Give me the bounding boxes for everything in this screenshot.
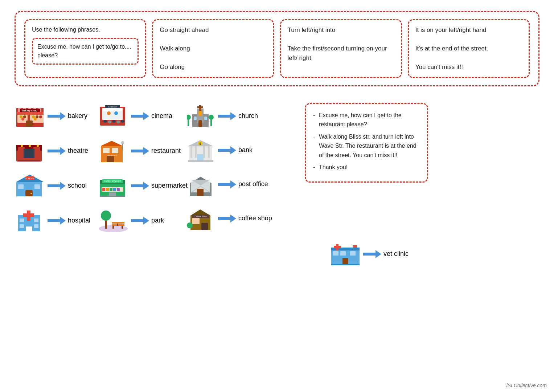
svg-point-94 (187, 115, 191, 120)
svg-rect-89 (198, 120, 202, 127)
svg-rect-118 (192, 218, 200, 224)
cinema-arrow (131, 112, 149, 120)
svg-point-15 (21, 118, 24, 121)
dir3-line3: You can't miss it!! (415, 64, 463, 70)
svg-text:restaurant: restaurant (107, 154, 116, 156)
vet-clinic-arrow (363, 250, 381, 258)
church-row: church (185, 99, 297, 133)
svg-rect-81 (112, 226, 114, 229)
dir2-line1: Turn left/right into (288, 26, 336, 33)
hospital-icon (15, 208, 45, 234)
svg-text:Coffee Shop: Coffee Shop (194, 215, 207, 217)
dir1-line1: Go straight ahead (160, 26, 209, 33)
svg-rect-125 (333, 251, 338, 256)
svg-point-53 (116, 121, 120, 123)
hospital-row: hospital (15, 204, 94, 237)
church-label: church (238, 112, 258, 120)
excuse-me-box: Excuse me, how can I get to/go to.... pl… (32, 38, 139, 65)
dialogue-line-1: Excuse me, how can I get to the restaura… (313, 111, 420, 129)
phrase-intro-box: Use the following phrases. Excuse me, ho… (24, 19, 146, 78)
svg-rect-33 (18, 184, 24, 189)
vet-clinic-icon (330, 241, 361, 267)
post-office-arrow (218, 180, 236, 188)
svg-rect-106 (188, 160, 213, 162)
svg-rect-83 (112, 222, 124, 224)
svg-rect-42 (20, 224, 24, 228)
svg-rect-82 (122, 226, 123, 229)
directions-box-3: It is on your left/right hand It's at th… (408, 19, 530, 78)
col2: CINEMA cinema (98, 99, 181, 237)
svg-marker-58 (101, 141, 123, 146)
school-arrow (48, 182, 66, 190)
coffee-shop-icon: Coffee Shop (185, 205, 216, 232)
cinema-label: cinema (151, 112, 172, 120)
church-arrow (218, 112, 236, 120)
svg-rect-63 (107, 156, 114, 162)
svg-point-18 (39, 115, 42, 118)
svg-rect-91 (204, 117, 207, 120)
svg-point-120 (187, 222, 193, 228)
dir3-line1: It is on your left/right hand (415, 26, 487, 33)
svg-rect-105 (197, 154, 204, 161)
svg-rect-76 (100, 196, 125, 197)
park-label: park (151, 217, 164, 224)
bakery-icon: bakery shop (15, 103, 45, 129)
coffee-shop-row: Coffee Shop coffee shop (185, 202, 297, 235)
svg-point-49 (114, 111, 118, 115)
svg-point-36 (30, 193, 32, 194)
dir2-line2: Take the first/second turning on your le… (288, 45, 387, 61)
cinema-row: CINEMA cinema (98, 99, 181, 133)
post-office-icon (185, 171, 216, 197)
svg-rect-128 (342, 258, 348, 265)
bank-icon: $ (185, 137, 216, 163)
svg-rect-101 (190, 146, 192, 158)
restaurant-icon: restaurant (98, 138, 129, 164)
school-row: SCHOOL school (15, 169, 94, 203)
svg-point-27 (37, 145, 39, 147)
church-icon (185, 103, 216, 129)
svg-rect-73 (113, 188, 116, 191)
dir1-line2: Walk along (160, 45, 190, 52)
theatre-label: theatre (68, 147, 88, 155)
supermarket-arrow (131, 182, 149, 190)
svg-rect-113 (197, 189, 204, 196)
svg-point-26 (29, 145, 31, 147)
svg-text:$: $ (199, 142, 201, 146)
svg-rect-130 (353, 245, 353, 250)
hospital-label: hospital (68, 217, 90, 224)
bakery-label: bakery (68, 112, 87, 120)
restaurant-row: restaurant restaurant (98, 134, 181, 168)
svg-rect-43 (34, 224, 38, 228)
svg-rect-72 (110, 188, 112, 191)
svg-rect-24 (24, 149, 34, 158)
bakery-arrow (48, 112, 66, 120)
cinema-icon: CINEMA (98, 103, 129, 129)
svg-rect-39 (23, 213, 34, 217)
intro-label: Use the following phrases. (32, 26, 100, 33)
svg-rect-129 (331, 264, 360, 265)
restaurant-label: restaurant (151, 147, 181, 155)
svg-point-54 (121, 120, 124, 123)
post-office-label: post office (238, 180, 268, 188)
bottom-section: bakery shop bakery (15, 99, 539, 237)
directions-box-1: Go straight ahead Walk along Go along (152, 19, 274, 78)
dialogue-list: Excuse me, how can I get to the restaura… (313, 111, 420, 172)
coffee-shop-arrow (218, 215, 236, 222)
svg-rect-119 (201, 223, 208, 230)
svg-point-25 (21, 145, 23, 147)
svg-rect-34 (34, 184, 40, 189)
svg-rect-104 (208, 146, 210, 158)
page: Use the following phrases. Excuse me, ho… (0, 0, 554, 392)
svg-rect-84 (117, 224, 118, 226)
directions-box-2: Turn left/right into Take the first/seco… (280, 19, 402, 78)
dialogue-box: Excuse me, how can I get to the restaura… (305, 103, 428, 183)
svg-point-52 (112, 120, 116, 123)
supermarket-icon: SUPER MARKET (98, 173, 129, 199)
supermarket-label: supermarket (151, 182, 188, 189)
svg-rect-92 (198, 111, 202, 116)
school-icon: SCHOOL (15, 173, 45, 199)
svg-point-51 (108, 121, 111, 123)
watermark: iSLCollective.com (506, 383, 547, 388)
svg-rect-71 (106, 188, 109, 191)
svg-rect-124 (334, 246, 341, 248)
